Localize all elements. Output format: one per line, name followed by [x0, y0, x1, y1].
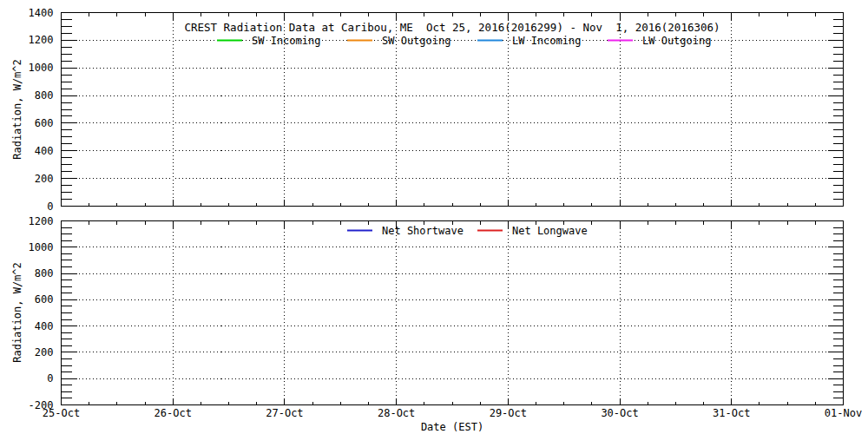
y-tick-label: 600 — [35, 117, 54, 129]
x-tick-label: 25-Oct — [43, 407, 80, 419]
y-tick-label: 200 — [35, 346, 54, 358]
y-tick-label: 800 — [35, 89, 54, 102]
y-tick-label: 0 — [47, 372, 53, 385]
y-tick-label: 400 — [35, 320, 54, 332]
chart-title: CREST Radiation Data at Caribou, ME Oct … — [184, 21, 720, 34]
x-tick-label: 30-Oct — [601, 407, 638, 419]
x-tick-label: 28-Oct — [378, 407, 415, 419]
y-tick-label: 600 — [35, 293, 54, 306]
y-axis-label-bottom: Radiation, W/m^2 — [11, 262, 23, 363]
x-tick-label: 01-Nov — [825, 407, 862, 419]
legend-label: Net Shortwave — [382, 225, 464, 237]
x-tick-label: 29-Oct — [490, 407, 527, 419]
y-tick-label: 1000 — [29, 241, 54, 253]
x-tick-label: 27-Oct — [266, 407, 303, 419]
legend-label: SW Outgoing — [382, 35, 450, 47]
legend-label: SW Incoming — [252, 35, 320, 47]
y-tick-label: 800 — [35, 267, 54, 279]
x-tick-label: 31-Oct — [713, 407, 750, 419]
y-tick-label: 400 — [35, 145, 54, 157]
axes-layer: 0200400600800100012001400SW IncomingSW O… — [29, 7, 863, 420]
x-tick-label: 26-Oct — [155, 407, 192, 419]
y-tick-label: 1200 — [29, 215, 54, 227]
y-tick-label: 1000 — [29, 62, 54, 74]
legend-label: Net Longwave — [512, 225, 588, 237]
radiation-figure: 0200400600800100012001400SW IncomingSW O… — [0, 0, 868, 434]
radiation-chart-svg: 0200400600800100012001400SW IncomingSW O… — [0, 0, 868, 434]
plot-box — [62, 221, 844, 405]
y-tick-label: 0 — [47, 201, 53, 213]
y-tick-label: 1400 — [29, 7, 54, 19]
x-axis-label: Date (EST) — [421, 421, 483, 433]
plot-box — [62, 13, 844, 207]
y-tick-label: 200 — [35, 173, 54, 185]
y-tick-label: 1200 — [29, 34, 54, 46]
legend-label: LW Incoming — [512, 35, 581, 47]
legend-label: LW Outgoing — [642, 35, 711, 47]
y-axis-label-top: Radiation, W/m^2 — [11, 59, 23, 160]
